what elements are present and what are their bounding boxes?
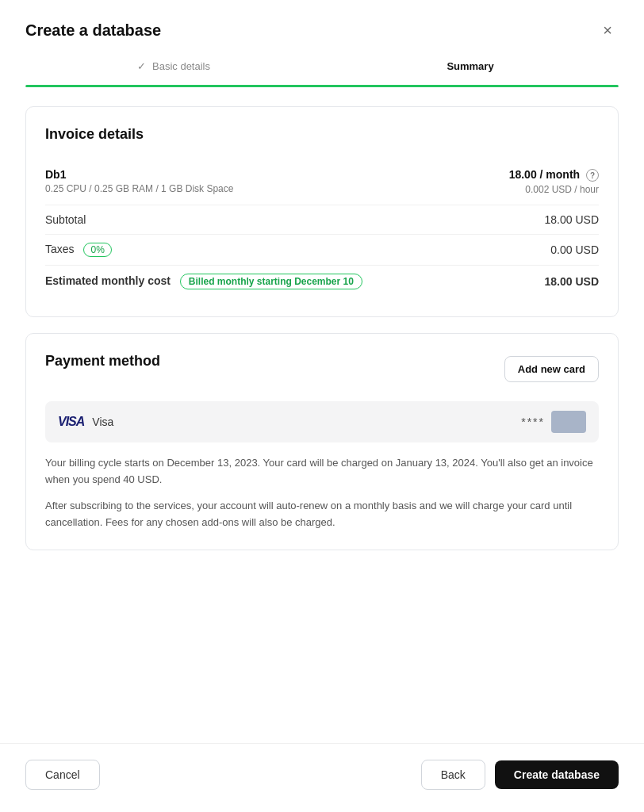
subtotal-label: Subtotal [45,213,86,226]
invoice-card: Invoice details Db1 0.25 CPU / 0.25 GB R… [25,106,619,317]
invoice-db-right: 18.00 / month ? 0.002 USD / hour [509,168,599,195]
payment-title: Payment method [45,353,160,370]
visa-logo: VISA [58,415,84,429]
info-icon[interactable]: ? [586,169,599,182]
dialog-content: Invoice details Db1 0.25 CPU / 0.25 GB R… [0,87,644,743]
close-button[interactable]: × [596,19,619,41]
taxes-badge: 0% [83,243,111,257]
billed-badge: Billed monthly starting December 10 [180,274,362,289]
billing-note-2: After subscribing to the services, your … [45,498,599,531]
monthly-cost-label: Estimated monthly cost Billed monthly st… [45,274,362,289]
step-summary-label: Summary [447,60,493,72]
stepper-steps: ✓ Basic details Summary [25,54,619,79]
step-summary: Summary [322,54,619,79]
progress-bar-fill [25,85,619,87]
monthly-cost-value: 18.00 USD [545,275,599,288]
invoice-db-price: 18.00 / month ? [509,168,599,182]
progress-bar [25,85,619,87]
back-button[interactable]: Back [421,760,485,790]
billing-note-1: Your billing cycle starts on December 13… [45,455,599,488]
invoice-title: Invoice details [45,126,599,143]
card-last4-block [551,411,586,433]
step-basic-details: ✓ Basic details [25,54,322,79]
stepper: ✓ Basic details Summary [0,54,644,79]
card-dots: **** [521,416,545,428]
invoice-db-price-sub: 0.002 USD / hour [509,184,599,195]
taxes-value: 0.00 USD [550,243,599,256]
step-basic-details-label: Basic details [152,60,210,72]
invoice-db-left: Db1 0.25 CPU / 0.25 GB RAM / 1 GB Disk S… [45,168,233,194]
dialog-header: Create a database × [0,0,644,54]
visa-card-left: VISA Visa [58,415,113,429]
invoice-db-row: Db1 0.25 CPU / 0.25 GB RAM / 1 GB Disk S… [45,159,599,205]
create-database-dialog: Create a database × ✓ Basic details Summ… [0,0,644,812]
invoice-subtotal-row: Subtotal 18.00 USD [45,205,599,235]
invoice-db-name: Db1 [45,168,233,181]
invoice-taxes-row: Taxes 0% 0.00 USD [45,235,599,266]
payment-header: Payment method Add new card [45,353,599,385]
dialog-footer: Cancel Back Create database [0,743,644,812]
dialog-title: Create a database [25,21,161,40]
visa-label: Visa [92,416,113,428]
taxes-label: Taxes 0% [45,243,112,257]
subtotal-value: 18.00 USD [545,213,599,226]
visa-card-right: **** [521,411,586,433]
cancel-button[interactable]: Cancel [25,760,100,790]
add-card-button[interactable]: Add new card [504,356,599,382]
footer-left: Cancel [25,760,100,790]
invoice-monthly-row: Estimated monthly cost Billed monthly st… [45,266,599,297]
check-icon: ✓ [137,60,146,72]
invoice-db-specs: 0.25 CPU / 0.25 GB RAM / 1 GB Disk Space [45,183,233,194]
create-database-button[interactable]: Create database [495,760,619,789]
payment-card: Payment method Add new card VISA Visa **… [25,333,619,550]
visa-card-row: VISA Visa **** [45,401,599,442]
footer-right: Back Create database [421,760,619,790]
